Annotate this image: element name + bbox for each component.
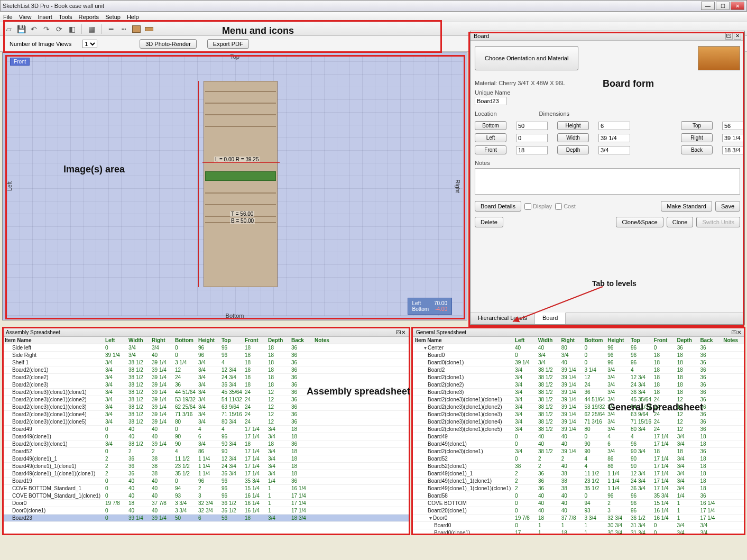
bookcase-model[interactable] — [204, 81, 278, 287]
menu-insert[interactable]: Insert — [38, 14, 52, 20]
choose-orientation-button[interactable]: Choose Orientation and Material — [475, 46, 578, 70]
table-row[interactable]: Board0(clone1)17118130 3/431 3/403/43/4 — [413, 529, 744, 534]
menu-reports[interactable]: Reports — [79, 14, 99, 20]
table-row[interactable]: Board58040400969635 3/41/436 — [413, 492, 744, 500]
table-row[interactable]: Board2(clone3)(clone1)(clone1)3/438 1/23… — [3, 389, 409, 396]
table-row[interactable]: Board2(clone3)(clone1)(clone2)3/438 1/23… — [413, 403, 744, 411]
table-row[interactable]: Board49(clone1)040409069617 1/43/418 — [413, 440, 744, 448]
grid-icon[interactable]: ▦ — [86, 24, 97, 34]
table-row[interactable]: Board49(clone1)_1(clone1)2363823 1/21 1/… — [413, 478, 744, 485]
column-header[interactable]: Item Name — [3, 337, 103, 344]
top-input[interactable] — [722, 122, 744, 130]
delete-button[interactable]: Delete — [475, 217, 503, 227]
bottom-button[interactable]: Bottom — [475, 121, 506, 130]
table-row[interactable]: Board2(clone3)(clone1)(clone3)3/438 1/23… — [3, 403, 409, 411]
menu-help[interactable]: Help — [127, 14, 139, 20]
close-button[interactable]: ✕ — [731, 2, 744, 10]
table-row[interactable]: Board2(clone1)3/438 1/239 1/4123/412 3/4… — [3, 366, 409, 374]
panel-close-icon[interactable]: ✕ — [737, 329, 741, 335]
column-header[interactable]: Depth — [266, 337, 289, 344]
table-row[interactable]: Board0(clone1)39 1/43/44009696181836 — [413, 359, 744, 366]
right-button[interactable]: Right — [681, 133, 713, 142]
table-row[interactable]: Side left03/43/409696181836 — [3, 344, 409, 352]
column-header[interactable]: Back — [698, 337, 721, 344]
panel-close-icon[interactable]: ✕ — [401, 329, 405, 335]
board-icon[interactable] — [131, 24, 142, 34]
column-header[interactable]: Back — [289, 337, 312, 344]
height-button[interactable]: Height — [557, 121, 589, 130]
table-row[interactable]: Board003/43/409696181836 — [413, 352, 744, 359]
menu-setup[interactable]: Setup — [105, 14, 121, 20]
pin-icon[interactable]: ⮹ — [396, 329, 401, 335]
table-row[interactable]: Side Right39 1/43/44009696181836 — [3, 352, 409, 359]
tab-hierarchical[interactable]: Hierarchical Levels — [471, 313, 535, 324]
table-row[interactable]: Board2(clone3)(clone1)(clone2)3/438 1/23… — [3, 396, 409, 403]
column-header[interactable]: Bottom — [582, 337, 605, 344]
table-row[interactable]: Board520224869017 1/43/418 — [3, 448, 409, 455]
column-header[interactable]: Top — [629, 337, 652, 344]
table-row[interactable]: Board2(clone3)(clone1)(clone5)3/438 1/23… — [413, 426, 744, 433]
pin-icon[interactable]: ⮹ — [725, 32, 733, 40]
clone-button[interactable]: Clone — [667, 217, 694, 227]
column-header[interactable]: Front — [243, 337, 266, 344]
table-row[interactable]: COVE BOTTOM040409429615 1/4116 1/4 — [413, 500, 744, 507]
switch-units-button[interactable]: Switch Units — [696, 217, 740, 227]
table-row[interactable]: Board2(clone1)3/438 1/239 1/4123/412 3/4… — [413, 374, 744, 381]
table-row[interactable]: Board520224869017 1/43/418 — [413, 455, 744, 463]
table-row[interactable]: Board2(clone3)(clone1)(clone1)3/438 1/23… — [413, 396, 744, 403]
menu-tools[interactable]: Tools — [59, 14, 72, 20]
table-row[interactable]: Shelf 13/438 1/239 1/43 1/43/44181836 — [3, 359, 409, 366]
table-row[interactable]: Board2(clone3)3/438 1/239 1/4363/436 3/4… — [413, 389, 744, 396]
back-input[interactable] — [722, 146, 744, 154]
width-button[interactable]: Width — [557, 133, 589, 142]
table-row[interactable]: Board49(clone1)_12363811 1/21 1/412 3/41… — [413, 470, 744, 478]
display-checkbox[interactable]: Display — [524, 201, 552, 212]
table-row[interactable]: Board2(clone2)3/438 1/239 1/4243/424 3/4… — [413, 381, 744, 389]
table-row[interactable]: Door019 7/81837 7/83 3/432 3/436 1/216 1… — [3, 500, 409, 507]
column-header[interactable]: Right — [559, 337, 583, 344]
table-row[interactable]: Board2(clone2)3/438 1/239 1/4243/424 3/4… — [3, 374, 409, 381]
num-views-select[interactable]: 1 — [82, 40, 97, 48]
panel-close-icon[interactable]: ✕ — [734, 32, 741, 40]
color-icon[interactable]: ◧ — [67, 24, 77, 34]
view-tag[interactable]: Front — [10, 58, 30, 66]
photo-render-button[interactable]: 3D Photo-Render — [140, 39, 197, 49]
undo-icon[interactable]: ↶ — [29, 24, 39, 34]
table-row[interactable]: ▾Door019 7/81837 7/83 3/432 3/436 1/216 … — [413, 515, 744, 522]
table-row[interactable]: Board19040400969635 3/41/436 — [3, 478, 409, 485]
table-row[interactable]: COVE BOTTOM_Standard_1(clone1)0404093396… — [3, 492, 409, 500]
table-row[interactable]: Board2(clone3)(clone1)3/438 1/239 1/4903… — [413, 448, 744, 455]
table-row[interactable]: Board49(clone1)_12363811 1/21 1/412 3/41… — [3, 455, 409, 463]
column-header[interactable]: Notes — [312, 337, 336, 344]
column-header[interactable]: Height — [605, 337, 629, 344]
save-icon[interactable]: 💾 — [16, 24, 26, 34]
column-header[interactable]: Depth — [675, 337, 698, 344]
minimize-button[interactable]: — — [701, 2, 715, 10]
column-header[interactable]: Notes — [721, 337, 744, 344]
back-button[interactable]: Back — [681, 145, 713, 154]
clone-space-button[interactable]: Clone&Space — [616, 217, 663, 227]
table-row[interactable]: Board23039 1/439 1/450656183/418 3/4 — [3, 515, 409, 522]
viewport[interactable]: Front Top Bottom Left Right L = 0.00 R =… — [2, 52, 467, 320]
table-row[interactable]: Board20(clone1)040409339616 1/4117 1/4 — [413, 507, 744, 515]
table-row[interactable]: Board2(clone3)(clone1)(clone4)3/438 1/23… — [413, 418, 744, 426]
column-header[interactable]: Width — [536, 337, 559, 344]
tree-toggle-icon[interactable]: ▾ — [428, 515, 433, 521]
column-header[interactable]: Left — [513, 337, 536, 344]
pin-icon[interactable]: ⮹ — [732, 329, 737, 335]
table-row[interactable]: Board2(clone3)(clone1)(clone4)3/438 1/23… — [3, 411, 409, 418]
new-icon[interactable]: ▱ — [3, 24, 14, 34]
board-long-icon[interactable] — [144, 24, 154, 34]
line-icon[interactable]: ━ — [106, 24, 116, 34]
tab-board[interactable]: Board — [535, 313, 566, 324]
table-row[interactable]: Board490404004417 1/43/418 — [3, 426, 409, 433]
column-header[interactable]: Height — [196, 337, 219, 344]
table-row[interactable]: Board0011130 3/431 3/403/43/4 — [413, 522, 744, 529]
depth-button[interactable]: Depth — [557, 145, 589, 154]
column-header[interactable]: Front — [652, 337, 675, 344]
redo-icon[interactable]: ↷ — [41, 24, 52, 34]
export-pdf-button[interactable]: Export PDF — [207, 39, 249, 49]
column-header[interactable]: Top — [219, 337, 243, 344]
top-button[interactable]: Top — [681, 121, 713, 130]
refresh-icon[interactable]: ⟳ — [54, 24, 64, 34]
